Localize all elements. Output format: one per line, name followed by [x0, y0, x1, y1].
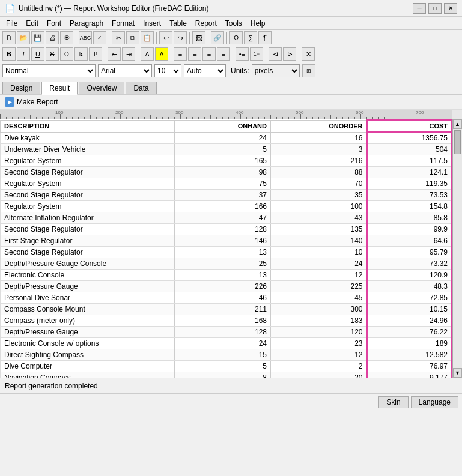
- table-row: Second Stage Regulator373573.53: [1, 190, 452, 201]
- new-button[interactable]: 🗋: [2, 31, 16, 44]
- menu-tools[interactable]: Tools: [222, 18, 246, 29]
- clear-format-button[interactable]: ✕: [302, 47, 315, 61]
- copy-button[interactable]: ⧉: [126, 31, 139, 44]
- language-button[interactable]: Language: [411, 396, 458, 408]
- paste-button[interactable]: 📋: [141, 31, 154, 44]
- math-button[interactable]: ∑: [244, 31, 257, 44]
- strikethrough-button[interactable]: S: [46, 47, 59, 61]
- col-cost-header: COST: [367, 120, 452, 132]
- tab-result[interactable]: Result: [41, 82, 78, 95]
- table-row: Navigation Compass8209.177: [1, 372, 452, 378]
- omega-button[interactable]: Ω: [229, 31, 243, 44]
- italic-button[interactable]: I: [17, 47, 30, 61]
- vertical-scrollbar[interactable]: ▲ ▼: [452, 119, 462, 378]
- menu-format[interactable]: Format: [108, 18, 138, 29]
- cell-onhand: 25: [175, 258, 271, 270]
- col-onorder-header: ONORDER: [271, 120, 367, 132]
- table-row: Compass (meter only)16818324.96: [1, 315, 452, 327]
- spell-check-button[interactable]: ABC: [79, 31, 92, 44]
- ruler-settings-button[interactable]: ⊞: [302, 64, 315, 77]
- print-button[interactable]: 🖨: [46, 31, 59, 44]
- bold-button[interactable]: B: [2, 47, 16, 61]
- scroll-up-button[interactable]: ▲: [453, 119, 462, 129]
- units-label: Units:: [231, 67, 249, 75]
- size-select[interactable]: 10: [154, 64, 181, 77]
- font-select[interactable]: Arial: [98, 64, 152, 77]
- close-button[interactable]: ✕: [444, 3, 457, 14]
- cell-description: Regulator System: [1, 178, 175, 190]
- cell-onorder: 16: [271, 132, 367, 144]
- units-select[interactable]: pixels: [252, 64, 300, 77]
- cut-button[interactable]: ✂: [112, 31, 125, 44]
- cell-onhand: 226: [175, 281, 271, 292]
- underline-button[interactable]: U: [31, 47, 44, 61]
- cell-cost: 189: [367, 338, 452, 349]
- open-button[interactable]: 📂: [17, 31, 30, 44]
- cell-onhand: 98: [175, 167, 271, 178]
- report-area[interactable]: DESCRIPTION ONHAND ONORDER COST Dive kay…: [0, 119, 452, 378]
- menu-help[interactable]: Help: [247, 18, 269, 29]
- cell-cost: 73.32: [367, 258, 452, 270]
- scroll-track[interactable]: [453, 129, 462, 368]
- table-row: Direct Sighting Compass151212.582: [1, 349, 452, 361]
- subscript-button[interactable]: f₁: [74, 47, 88, 61]
- cell-description: Second Stage Regulator: [1, 167, 175, 178]
- menu-report[interactable]: Report: [192, 18, 220, 29]
- align-center-button[interactable]: ≡: [188, 47, 201, 61]
- indent-inc-button[interactable]: ⇥: [122, 47, 135, 61]
- undo-button[interactable]: ↩: [159, 31, 172, 44]
- cell-description: Electronic Console w/ options: [1, 338, 175, 349]
- cell-description: Depth/Pressure Gauge: [1, 281, 175, 292]
- cell-onorder: 183: [271, 315, 367, 327]
- align-left-button[interactable]: ≡: [174, 47, 187, 61]
- cell-description: Navigation Compass: [1, 372, 175, 378]
- list-number-button[interactable]: 1≡: [250, 47, 263, 61]
- image-button[interactable]: 🖼: [192, 31, 205, 44]
- make-report-icon: ▶: [5, 97, 14, 107]
- superscript-button[interactable]: f²: [89, 47, 102, 61]
- scroll-thumb[interactable]: [454, 130, 461, 154]
- ruler: [0, 110, 462, 119]
- color-select[interactable]: Auto: [184, 64, 226, 77]
- cell-description: Dive kayak: [1, 132, 175, 144]
- menu-insert[interactable]: Insert: [139, 18, 165, 29]
- redo-button[interactable]: ↪: [174, 31, 187, 44]
- scroll-down-button[interactable]: ▼: [453, 368, 462, 378]
- main-area: DESCRIPTION ONHAND ONORDER COST Dive kay…: [0, 119, 462, 378]
- menubar: File Edit Font Paragraph Format Insert T…: [0, 17, 462, 30]
- cell-cost: 72.85: [367, 292, 452, 304]
- restore-button[interactable]: □: [428, 3, 442, 14]
- menu-table[interactable]: Table: [166, 18, 190, 29]
- report-table: DESCRIPTION ONHAND ONORDER COST Dive kay…: [0, 119, 452, 378]
- skin-button[interactable]: Skin: [378, 396, 408, 408]
- cell-description: Compass Console Mount: [1, 304, 175, 315]
- minimize-button[interactable]: ─: [413, 3, 426, 14]
- tab-overview[interactable]: Overview: [79, 82, 124, 94]
- spell2-button[interactable]: ✓: [93, 31, 106, 44]
- cell-cost: 95.79: [367, 247, 452, 258]
- menu-file[interactable]: File: [2, 18, 21, 29]
- list-bullet-button[interactable]: •≡: [236, 47, 249, 61]
- indent2-button[interactable]: ⊳: [283, 47, 296, 61]
- highlight-button[interactable]: A: [155, 47, 168, 61]
- indent-dec-button[interactable]: ⇤: [108, 47, 121, 61]
- tab-design[interactable]: Design: [2, 82, 40, 94]
- menu-paragraph[interactable]: Paragraph: [66, 18, 107, 29]
- link-button[interactable]: 🔗: [211, 31, 224, 44]
- style-select[interactable]: Normal: [2, 64, 96, 77]
- align-right-button[interactable]: ≡: [202, 47, 216, 61]
- pilcrow-button[interactable]: ¶: [258, 31, 272, 44]
- font-color-button[interactable]: A: [141, 47, 154, 61]
- outline-button[interactable]: O: [60, 47, 73, 61]
- justify-button[interactable]: ≡: [217, 47, 230, 61]
- menu-font[interactable]: Font: [43, 18, 65, 29]
- cell-description: Second Stage Regulator: [1, 190, 175, 201]
- cell-description: Regulator System: [1, 201, 175, 212]
- outdent-button[interactable]: ⊲: [269, 47, 282, 61]
- save-button[interactable]: 💾: [31, 31, 44, 44]
- make-report-button[interactable]: ▶ Make Report: [5, 97, 58, 107]
- menu-edit[interactable]: Edit: [22, 18, 42, 29]
- print-preview-button[interactable]: 👁: [60, 31, 73, 44]
- cell-onorder: 88: [271, 167, 367, 178]
- tab-data[interactable]: Data: [126, 82, 156, 94]
